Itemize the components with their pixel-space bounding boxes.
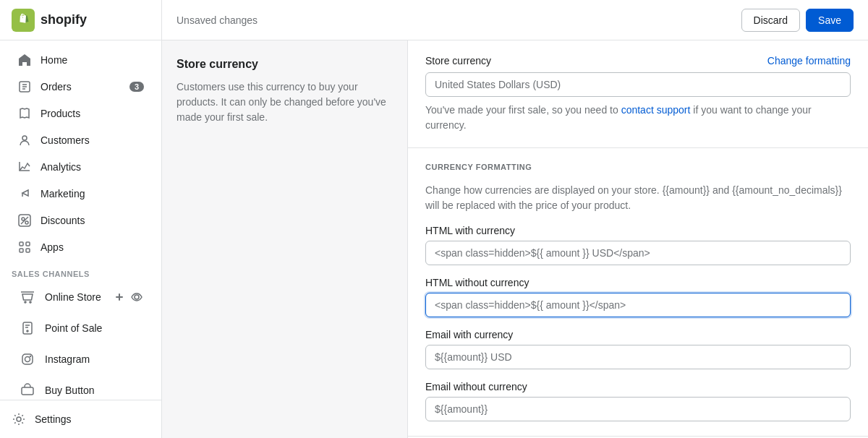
topbar-actions: Discard Save: [741, 9, 854, 32]
svg-point-10: [25, 301, 26, 303]
currency-formatting-section: CURRENCY FORMATTING Change how currencie…: [408, 148, 868, 437]
email-with-currency-label: Email with currency: [425, 329, 851, 340]
buy-button-channel-icon: [17, 380, 38, 400]
sidebar-label-customers: Customers: [41, 134, 144, 146]
store-currency-section: Store currency Change formatting You've …: [408, 40, 868, 148]
instagram-channel-icon: [17, 349, 38, 369]
sidebar-label-orders: Orders: [41, 81, 129, 93]
sidebar-item-point-of-sale[interactable]: Point of Sale: [6, 313, 156, 343]
settings-icon: [12, 412, 26, 426]
sidebar-item-customers[interactable]: Customers: [6, 127, 156, 153]
svg-rect-7: [26, 242, 30, 246]
sidebar-item-discounts[interactable]: Discounts: [6, 207, 156, 233]
svg-rect-9: [26, 249, 30, 252]
online-store-channel-icon: [17, 287, 38, 307]
html-without-currency-input[interactable]: [425, 293, 851, 317]
email-without-currency-field: Email without currency: [425, 381, 851, 421]
svg-rect-15: [22, 354, 33, 364]
html-without-currency-label: HTML without currency: [425, 277, 851, 288]
currency-formatting-subtitle: CURRENCY FORMATTING: [425, 163, 851, 171]
currency-formatting-description: Change how currencies are displayed on y…: [425, 183, 851, 213]
sidebar-label-discounts: Discounts: [41, 215, 144, 226]
sidebar-label-pos: Point of Sale: [45, 322, 144, 334]
right-panel: Store currency Change formatting You've …: [408, 40, 868, 438]
html-with-currency-field: HTML with currency: [425, 225, 851, 265]
home-icon: [17, 53, 32, 67]
pos-channel-icon: [17, 318, 38, 338]
discounts-icon: [17, 213, 32, 228]
settings-nav-label: Settings: [35, 413, 150, 425]
html-with-currency-input[interactable]: [425, 241, 851, 265]
sidebar-footer: Settings: [0, 400, 161, 438]
svg-point-11: [30, 301, 31, 303]
customers-icon: [17, 133, 32, 147]
add-channel-icon[interactable]: [112, 290, 127, 304]
contact-support-link[interactable]: contact support: [621, 104, 691, 116]
email-with-currency-field: Email with currency: [425, 329, 851, 369]
discard-button[interactable]: Discard: [741, 9, 800, 32]
svg-point-17: [30, 356, 31, 357]
html-without-currency-field: HTML without currency: [425, 277, 851, 317]
sidebar-item-orders[interactable]: Orders 3: [6, 74, 156, 100]
svg-rect-8: [20, 249, 23, 252]
analytics-icon: [17, 160, 32, 174]
sales-channels-title: SALES CHANNELS: [0, 261, 161, 281]
orders-icon: [17, 80, 32, 94]
products-icon: [17, 106, 32, 121]
email-with-currency-input[interactable]: [425, 345, 851, 369]
orders-badge: 3: [129, 82, 144, 92]
online-store-actions: [112, 290, 144, 304]
svg-point-12: [135, 295, 139, 299]
svg-rect-6: [20, 242, 23, 246]
store-currency-field-row: Store currency Change formatting: [425, 55, 851, 66]
email-without-currency-label: Email without currency: [425, 381, 851, 392]
sidebar-label-marketing: Marketing: [41, 188, 144, 199]
sidebar-item-home[interactable]: Home: [6, 47, 156, 73]
sidebar-label-home: Home: [41, 54, 144, 66]
sidebar-label-products: Products: [41, 108, 144, 119]
sidebar-item-products[interactable]: Products: [6, 100, 156, 126]
apps-icon: [17, 240, 32, 254]
sidebar-logo[interactable]: shopify: [0, 0, 161, 40]
sidebar-label-analytics: Analytics: [41, 161, 144, 173]
sidebar-label-instagram: Instagram: [45, 353, 144, 365]
content-area: Store currency Customers use this curren…: [162, 40, 868, 438]
svg-point-3: [22, 218, 25, 220]
svg-point-16: [25, 357, 30, 362]
sidebar-label-buy-button: Buy Button: [45, 385, 144, 396]
sidebar-navigation: Home Orders 3 Products: [0, 40, 161, 400]
sidebar-item-buy-button[interactable]: Buy Button: [6, 375, 156, 400]
sidebar-item-marketing[interactable]: Marketing: [6, 181, 156, 207]
sidebar-item-analytics[interactable]: Analytics: [6, 154, 156, 180]
sidebar-item-online-store[interactable]: Online Store: [6, 282, 156, 312]
view-channel-icon[interactable]: [129, 290, 144, 304]
sidebar-label-apps: Apps: [41, 241, 144, 253]
svg-rect-18: [22, 387, 33, 395]
svg-point-4: [25, 221, 28, 224]
marketing-icon: [17, 186, 32, 201]
svg-point-2: [22, 136, 27, 140]
email-without-currency-input[interactable]: [425, 397, 851, 421]
left-panel: Store currency Customers use this curren…: [162, 40, 408, 438]
currency-help-text: You've made your first sale, so you need…: [425, 103, 851, 133]
sidebar-item-apps[interactable]: Apps: [6, 234, 156, 260]
store-currency-label: Store currency: [425, 55, 491, 66]
save-button[interactable]: Save: [806, 9, 854, 32]
svg-point-19: [17, 417, 21, 421]
svg-point-14: [27, 330, 28, 332]
panel-title: Store currency: [176, 58, 393, 71]
main-content: Unsaved changes Discard Save Store curre…: [162, 0, 868, 438]
panel-description: Customers use this currency to buy your …: [176, 80, 393, 125]
sidebar-logo-text: shopify: [41, 12, 87, 27]
shopify-logo-icon: [12, 9, 35, 32]
sidebar-item-instagram[interactable]: Instagram: [6, 344, 156, 374]
help-text-before: You've made your first sale, so you need…: [425, 104, 618, 116]
settings-nav-item[interactable]: Settings: [6, 406, 156, 432]
html-with-currency-label: HTML with currency: [425, 225, 851, 236]
sidebar: shopify Home Orders 3: [0, 0, 162, 438]
store-currency-input[interactable]: [425, 72, 851, 97]
change-formatting-link[interactable]: Change formatting: [767, 55, 851, 66]
topbar-title: Unsaved changes: [176, 14, 258, 26]
sidebar-label-online-store: Online Store: [45, 291, 112, 303]
topbar: Unsaved changes Discard Save: [162, 0, 868, 40]
